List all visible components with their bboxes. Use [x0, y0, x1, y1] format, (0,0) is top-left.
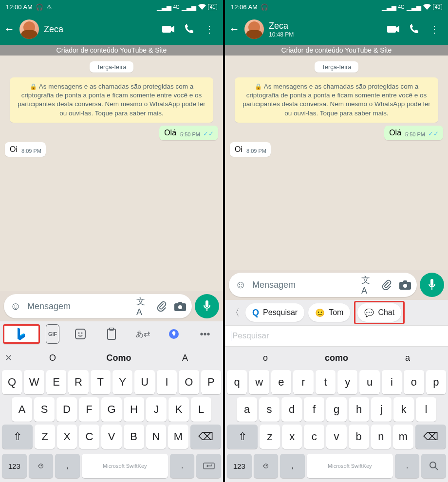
bing-search-pill[interactable]: QPesquisar [245, 303, 304, 322]
bing-chat-pill[interactable]: 💬Chat [357, 303, 401, 322]
key-g[interactable]: g [326, 397, 347, 422]
mic-button[interactable] [195, 294, 219, 318]
key-s[interactable]: s [259, 397, 280, 422]
key-v[interactable]: V [101, 425, 122, 449]
comma-key[interactable]: , [280, 454, 305, 478]
key-z[interactable]: z [260, 425, 280, 449]
key-a[interactable]: a [237, 397, 257, 422]
key-r[interactable]: R [68, 370, 88, 394]
attach-icon[interactable] [155, 299, 168, 313]
key-q[interactable]: q [227, 370, 247, 394]
search-key[interactable] [421, 454, 446, 478]
mic-button[interactable] [420, 273, 444, 297]
key-l[interactable]: l [416, 397, 436, 422]
close-suggestions[interactable]: ✕ [5, 352, 19, 363]
key-b[interactable]: B [124, 425, 144, 449]
shift-key[interactable]: ⇧ [227, 425, 258, 449]
key-k[interactable]: k [393, 397, 414, 422]
emoji-key[interactable]: ☺ [29, 454, 54, 478]
backspace-key[interactable]: ⌫ [190, 425, 221, 449]
voice-call-button[interactable] [179, 19, 199, 39]
key-c[interactable]: c [304, 425, 324, 449]
suggestion-3[interactable]: a [372, 353, 443, 363]
contact-avatar[interactable] [244, 19, 264, 39]
backspace-key[interactable]: ⌫ [415, 425, 446, 449]
contact-info[interactable]: Zeca [44, 24, 154, 35]
message-input[interactable]: ☺ Mensagem 文A [229, 273, 417, 297]
key-m[interactable]: m [393, 425, 413, 449]
key-k[interactable]: K [168, 397, 189, 422]
numbers-key[interactable]: 123 [227, 454, 252, 478]
contact-avatar[interactable] [19, 19, 39, 39]
message-out[interactable]: Olá5:50 PM✓✓ [230, 126, 443, 140]
key-p[interactable]: P [201, 370, 221, 394]
key-z[interactable]: Z [35, 425, 55, 449]
message-out[interactable]: Olá 5:50 PM ✓✓ [5, 126, 218, 140]
key-h[interactable]: h [349, 397, 369, 422]
key-j[interactable]: J [146, 397, 167, 422]
emoji-icon[interactable]: ☺ [9, 299, 22, 313]
bing-search-input[interactable]: Pesquisar [225, 325, 448, 347]
key-n[interactable]: N [146, 425, 167, 449]
key-i[interactable]: i [382, 370, 402, 394]
attach-icon[interactable] [380, 278, 393, 292]
key-m[interactable]: M [168, 425, 188, 449]
key-o[interactable]: O [179, 370, 199, 394]
gif-button[interactable]: GIF [46, 324, 59, 344]
back-button[interactable]: ← [229, 23, 240, 36]
translate-icon[interactable]: 文A [136, 299, 150, 313]
more-button[interactable]: ••• [190, 324, 220, 344]
key-e[interactable]: E [46, 370, 66, 394]
space-key[interactable]: Microsoft SwiftKey [307, 454, 393, 478]
suggestion-1[interactable]: o [230, 353, 301, 363]
key-x[interactable]: X [57, 425, 77, 449]
key-t[interactable]: t [316, 370, 336, 394]
encryption-notice[interactable]: 🔒As mensagens e as chamadas são protegid… [10, 77, 213, 123]
camera-icon[interactable] [173, 299, 187, 313]
key-y[interactable]: Y [112, 370, 132, 394]
key-g[interactable]: G [101, 397, 122, 422]
bing-tone-pill[interactable]: 😐Tom [308, 303, 350, 322]
key-h[interactable]: H [124, 397, 144, 422]
key-a[interactable]: A [12, 397, 32, 422]
emoji-icon[interactable]: ☺ [234, 278, 247, 292]
numbers-key[interactable]: 123 [2, 454, 27, 478]
clipboard-button[interactable] [96, 324, 127, 344]
key-f[interactable]: f [304, 397, 324, 422]
key-l[interactable]: L [191, 397, 211, 422]
bing-back-button[interactable]: 〈 [229, 307, 242, 318]
menu-button[interactable]: ⋮ [200, 19, 219, 39]
key-o[interactable]: o [404, 370, 424, 394]
space-key[interactable]: Microsoft SwiftKey [82, 454, 168, 478]
key-f[interactable]: F [79, 397, 99, 422]
key-r[interactable]: r [293, 370, 313, 394]
translate-icon[interactable]: 文A [361, 278, 375, 292]
period-key[interactable]: . [170, 454, 195, 478]
menu-button[interactable]: ⋮ [425, 19, 444, 39]
video-call-button[interactable] [159, 19, 178, 39]
encryption-notice[interactable]: 🔒As mensagens e as chamadas são protegid… [235, 77, 438, 123]
shift-key[interactable]: ⇧ [2, 425, 33, 449]
bing-button[interactable] [3, 324, 40, 344]
key-q[interactable]: Q [2, 370, 22, 394]
suggestion-2[interactable]: Como [86, 353, 152, 363]
suggestion-1[interactable]: O [19, 353, 86, 363]
enter-key[interactable] [196, 454, 221, 478]
message-in[interactable]: Oi 8:09 PM [5, 142, 218, 157]
camera-icon[interactable] [398, 278, 412, 292]
period-key[interactable]: . [395, 454, 420, 478]
key-n[interactable]: n [371, 425, 392, 449]
key-p[interactable]: p [426, 370, 446, 394]
key-u[interactable]: U [134, 370, 154, 394]
suggestion-3[interactable]: A [152, 353, 218, 363]
suggestion-2[interactable]: como [301, 353, 372, 363]
key-b[interactable]: b [349, 425, 369, 449]
key-d[interactable]: D [56, 397, 77, 422]
key-w[interactable]: w [249, 370, 269, 394]
key-c[interactable]: C [79, 425, 99, 449]
key-s[interactable]: S [34, 397, 55, 422]
key-w[interactable]: W [24, 370, 44, 394]
video-call-button[interactable] [384, 19, 403, 39]
sticker-button[interactable] [65, 324, 95, 344]
key-t[interactable]: T [91, 370, 111, 394]
